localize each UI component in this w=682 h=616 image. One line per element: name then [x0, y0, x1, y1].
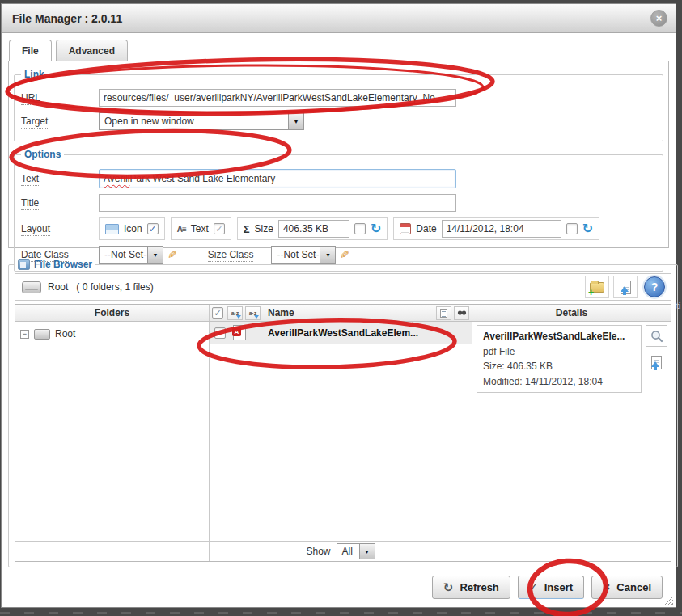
page-upload-icon	[621, 281, 631, 294]
find-icon[interactable]	[454, 306, 469, 320]
layout-label: Layout	[21, 223, 99, 234]
options-legend: Options	[21, 149, 64, 160]
date-input[interactable]	[442, 220, 561, 238]
edit-size-class-icon[interactable]: ✎	[340, 248, 349, 261]
text-row: Text Averill Park West Sand Lake Element…	[21, 169, 656, 188]
url-row: URL	[21, 89, 656, 107]
size-class-select[interactable]: --Not Set-- ▼	[271, 246, 336, 264]
drive-icon	[22, 281, 41, 293]
date-class-value: --Not Set--	[100, 247, 147, 263]
refresh-icon: ↻	[443, 580, 454, 595]
refresh-size-icon[interactable]: ↻	[371, 223, 381, 234]
file-checkbox[interactable]: ✓	[214, 327, 226, 339]
target-row: Target Open in new window ▼	[21, 112, 656, 130]
cancel-button[interactable]: ✖ Cancel	[591, 576, 663, 599]
file-tab-panel: Link URL Target Open in new window ▼ Opt…	[8, 61, 669, 248]
collapse-icon[interactable]: −	[20, 330, 29, 339]
name-header-label[interactable]: Name	[268, 307, 294, 319]
dialog-button-bar: ↻ Refresh ✓ Insert ✖ Cancel	[8, 567, 669, 599]
details-column-header: Details	[472, 305, 671, 321]
chevron-down-icon[interactable]: ▼	[147, 247, 163, 263]
details-file-modified: Modified: 14/11/2012, 18:04	[483, 374, 635, 390]
text-checkbox[interactable]: ✓	[214, 223, 225, 234]
icon-checkbox[interactable]: ✓	[147, 223, 159, 234]
sort-az-desc-icon[interactable]: a·z	[245, 306, 261, 320]
tab-file[interactable]: File	[9, 40, 52, 61]
preview-button[interactable]	[646, 325, 667, 347]
edit-date-class-icon[interactable]: ✎	[167, 248, 177, 261]
folder-summary: ( 0 folders, 1 files)	[76, 281, 153, 293]
file-list-panel: ✓ A AverillParkWestSandLakeElem...	[210, 322, 472, 541]
target-label: Target	[21, 116, 99, 127]
date-checkbox[interactable]	[566, 223, 578, 234]
list-view-icon[interactable]	[436, 306, 451, 320]
folders-panel: − Root	[15, 322, 210, 541]
download-button[interactable]	[646, 352, 667, 373]
tab-advanced[interactable]: Advanced	[56, 40, 128, 61]
sort-az-asc-icon[interactable]: a·z	[227, 306, 243, 320]
link-section: Link URL Target Open in new window ▼	[14, 69, 663, 141]
text-lines-icon: A≡	[177, 225, 186, 234]
help-button[interactable]: ?	[644, 276, 665, 297]
dialog-titlebar: File Manager : 2.0.11 ×	[2, 4, 676, 33]
grid-body: − Root ✓ A AverillParkWestSandLakeElem..…	[15, 322, 671, 541]
title-input[interactable]	[99, 194, 456, 212]
text-label: Text	[21, 173, 99, 184]
chevron-down-icon[interactable]: ▼	[359, 544, 375, 559]
refresh-date-icon[interactable]: ↻	[582, 223, 593, 234]
folders-footer	[15, 542, 210, 561]
x-icon: ✖	[603, 582, 610, 593]
title-label: Title	[21, 197, 99, 209]
select-all-checkbox[interactable]: ✓	[212, 307, 223, 319]
url-input[interactable]	[99, 89, 456, 107]
layout-icon-group: Icon ✓	[99, 217, 165, 240]
pdf-file-icon: A	[233, 325, 246, 340]
show-label: Show	[306, 546, 330, 557]
layout-date-label: Date	[416, 223, 436, 234]
tree-item-root[interactable]: − Root	[15, 322, 209, 346]
new-folder-button[interactable]: +	[585, 276, 609, 298]
details-footer	[472, 542, 671, 561]
layout-text-label: Text	[191, 223, 209, 234]
insert-button[interactable]: ✓ Insert	[518, 576, 584, 599]
refresh-button[interactable]: ↻ Refresh	[432, 576, 510, 599]
size-checkbox[interactable]	[354, 223, 366, 234]
check-icon: ✓	[529, 581, 538, 593]
details-file-size: Size: 406.35 KB	[483, 359, 635, 374]
layout-icon-label: Icon	[124, 223, 142, 234]
link-legend: Link	[21, 69, 48, 80]
dialog-content: File Advanced Link URL Target Open in ne…	[2, 33, 676, 599]
layout-text-group: A≡ Text ✓	[171, 217, 231, 240]
details-file-name: AverillParkWestSandLakeEle...	[483, 329, 635, 344]
show-select[interactable]: All ▼	[337, 543, 375, 559]
page-upload-icon	[651, 356, 662, 369]
misspelled-word: Averill	[104, 173, 129, 184]
tree-root-label: Root	[55, 328, 75, 340]
grid-footer: Show All ▼	[15, 541, 671, 561]
folders-column-header[interactable]: Folders	[15, 305, 210, 321]
dialog-title: File Manager : 2.0.11	[12, 12, 122, 25]
chevron-down-icon[interactable]: ▼	[320, 247, 335, 263]
file-browser-legend: File Browser	[15, 259, 95, 270]
target-select[interactable]: Open in new window ▼	[99, 112, 304, 130]
text-input[interactable]: Averill Park West Sand Lake Elementary	[99, 169, 456, 188]
magnifier-icon	[650, 330, 663, 343]
file-details: AverillParkWestSandLakeEle... pdf File S…	[477, 325, 642, 393]
files-footer: Show All ▼	[210, 542, 472, 561]
layout-date-group: Date ↻	[393, 217, 599, 240]
size-input[interactable]	[278, 220, 349, 238]
upload-button[interactable]	[613, 276, 638, 298]
layout-row: Layout Icon ✓ A≡ Text ✓ Σ Size	[21, 217, 656, 240]
browser-toolbar: Root ( 0 folders, 1 files) + ?	[15, 273, 671, 301]
file-row[interactable]: ✓ A AverillParkWestSandLakeElem...	[210, 322, 472, 344]
background-page-bottom-text	[0, 612, 682, 614]
breadcrumb[interactable]: Root	[48, 281, 68, 293]
file-browser-legend-text: File Browser	[34, 259, 92, 270]
date-class-select[interactable]: --Not Set-- ▼	[99, 246, 163, 264]
size-class-value: --Not Set--	[272, 247, 320, 263]
chevron-down-icon[interactable]: ▼	[288, 113, 303, 129]
options-section: Options Text Averill Park West Sand Lake…	[14, 149, 663, 272]
file-name: AverillParkWestSandLakeElem...	[268, 327, 418, 339]
url-label: URL	[21, 92, 99, 103]
close-icon[interactable]: ×	[650, 10, 667, 27]
